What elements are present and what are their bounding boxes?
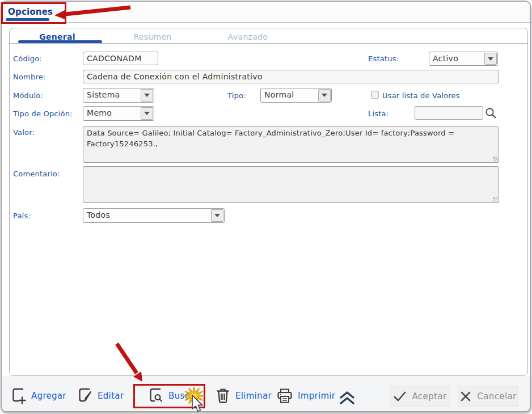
pais-label: País:: [13, 212, 31, 220]
check-icon: [393, 390, 407, 403]
codigo-input[interactable]: [83, 52, 158, 65]
buscar-label: Buscar: [168, 391, 199, 401]
estatus-label: Estatus:: [368, 54, 399, 63]
valor-textarea[interactable]: Data Source= Galileo; Initial Catalog= F…: [83, 126, 499, 163]
dialog-title: Opciones: [8, 7, 53, 17]
usar-lista-checkbox[interactable]: [371, 91, 379, 99]
tipo-dropdown[interactable]: Normal: [260, 88, 332, 103]
lista-label: Lista:: [368, 109, 389, 118]
estatus-dropdown[interactable]: Activo: [429, 52, 498, 66]
tipo-opcion-dropdown[interactable]: Memo: [83, 106, 154, 121]
search-icon[interactable]: [484, 107, 497, 120]
nombre-input[interactable]: [83, 70, 499, 83]
aceptar-label: Aceptar: [412, 391, 446, 402]
comentario-label: Comentario:: [13, 170, 60, 178]
search-record-icon: [148, 387, 164, 405]
aceptar-button[interactable]: Aceptar: [390, 386, 450, 407]
tipo-dropdown-button[interactable]: [318, 89, 331, 102]
options-dialog: Opciones General Resumen Avanzado Código…: [1, 1, 531, 412]
agregar-button[interactable]: Agregar: [11, 387, 66, 405]
comentario-textarea[interactable]: [83, 166, 499, 203]
editar-label: Editar: [98, 391, 124, 401]
pais-dropdown[interactable]: Todos: [83, 208, 225, 223]
editar-button[interactable]: Editar: [77, 387, 124, 405]
tipo-value: Normal: [261, 88, 318, 102]
tipo-opcion-label: Tipo de Opción:: [13, 109, 73, 118]
modulo-dropdown-button[interactable]: [141, 89, 153, 102]
tipo-opcion-dropdown-button[interactable]: [141, 107, 153, 120]
pais-value: Todos: [83, 209, 210, 222]
close-icon: [459, 390, 472, 403]
printer-icon: [276, 387, 293, 405]
pais-dropdown-button[interactable]: [211, 209, 223, 222]
title-bar: [2, 2, 530, 23]
imprimir-label: Imprimir: [298, 391, 335, 401]
valor-label: Valor:: [13, 128, 35, 137]
title-underline: [6, 18, 49, 21]
chevron-down-icon: [488, 57, 493, 61]
chevron-down-icon: [214, 214, 220, 217]
chevron-down-icon: [322, 94, 327, 97]
eliminar-button[interactable]: Eliminar: [215, 387, 272, 405]
edit-record-icon: [77, 387, 93, 405]
add-record-icon: [11, 387, 27, 405]
trash-icon: [215, 387, 231, 405]
estatus-dropdown-button[interactable]: [484, 53, 497, 65]
active-tab-underline: [18, 40, 102, 43]
lista-input[interactable]: [415, 106, 483, 120]
usar-lista-label: Usar lista de Valores: [382, 91, 460, 100]
tipo-opcion-value: Memo: [83, 107, 140, 120]
modulo-dropdown[interactable]: Sistema: [83, 88, 154, 103]
buscar-button[interactable]: Buscar: [148, 387, 199, 405]
imprimir-button[interactable]: Imprimir: [276, 387, 335, 405]
cancelar-label: Cancelar: [477, 391, 516, 402]
nombre-label: Nombre:: [13, 73, 45, 81]
codigo-label: Código:: [13, 54, 42, 63]
eliminar-label: Eliminar: [235, 391, 272, 401]
estatus-value: Activo: [429, 52, 484, 65]
tipo-label: Tipo:: [227, 91, 246, 100]
tab-resumen[interactable]: Resumen: [105, 28, 200, 43]
tab-avanzado[interactable]: Avanzado: [200, 28, 295, 43]
agregar-label: Agregar: [31, 391, 66, 401]
cancelar-button[interactable]: Cancelar: [458, 386, 518, 407]
modulo-label: Módulo:: [13, 91, 43, 100]
chevron-down-icon: [144, 94, 150, 97]
collapse-toolbar-chevrons-icon[interactable]: [337, 390, 357, 406]
chevron-down-icon: [144, 112, 150, 115]
modulo-value: Sistema: [83, 88, 140, 102]
